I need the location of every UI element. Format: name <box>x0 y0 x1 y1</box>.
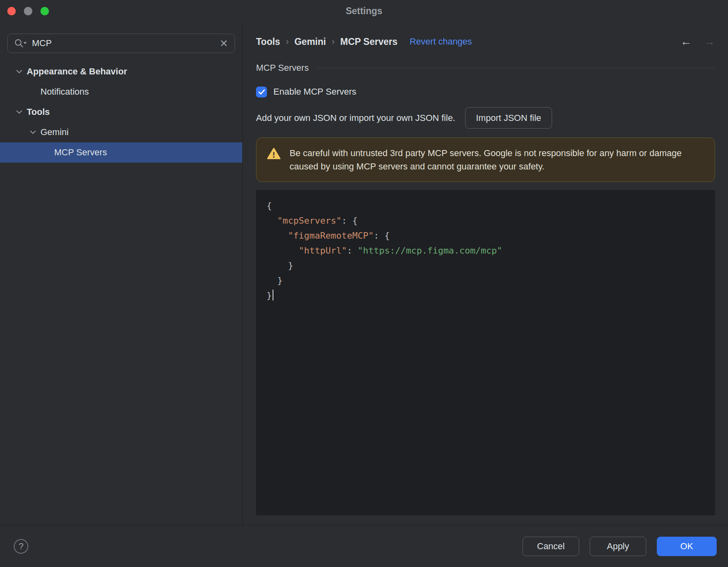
warning-banner: Be careful with untrusted 3rd party MCP … <box>256 138 715 182</box>
forward-arrow-icon[interactable]: → <box>704 36 715 47</box>
footer-buttons: Cancel Apply OK <box>523 537 717 556</box>
titlebar: Settings <box>0 0 728 22</box>
breadcrumb-item[interactable]: MCP Servers <box>340 36 398 47</box>
ok-button[interactable]: OK <box>657 537 717 556</box>
settings-search-field[interactable]: ✕ <box>7 34 235 53</box>
sidebar-item-label: Tools <box>27 107 50 117</box>
section-header: MCP Servers <box>256 62 715 74</box>
apply-button[interactable]: Apply <box>590 537 646 556</box>
back-arrow-icon[interactable]: ← <box>680 36 692 47</box>
breadcrumb-row: Tools›Gemini›MCP Servers Revert changes … <box>256 34 715 49</box>
sidebar-item-mcp-servers[interactable]: MCP Servers <box>0 142 242 163</box>
settings-sidebar: ✕ Appearance & BehaviorNotificationsTool… <box>0 22 243 525</box>
text-cursor-icon <box>273 290 273 300</box>
revert-changes-link[interactable]: Revert changes <box>410 36 472 47</box>
code-line: "figmaRemoteMCP": { <box>267 228 705 243</box>
enable-mcp-row: Enable MCP Servers <box>256 85 715 98</box>
section-divider <box>317 68 715 68</box>
zoom-window-button[interactable] <box>40 7 49 15</box>
window-title: Settings <box>346 6 383 17</box>
warning-text: Be careful with untrusted 3rd party MCP … <box>290 146 704 173</box>
dialog-footer: ? Cancel Apply OK <box>0 525 728 567</box>
sidebar-item-label: Notifications <box>40 87 89 97</box>
minimize-window-button[interactable] <box>24 7 32 15</box>
code-line: } <box>267 258 705 273</box>
settings-window: Settings ✕ Appearance & BehaviorNotifica… <box>0 0 728 567</box>
search-input[interactable] <box>30 38 216 49</box>
chevron-down-icon[interactable] <box>16 70 27 74</box>
settings-content: Tools›Gemini›MCP Servers Revert changes … <box>243 22 728 525</box>
sidebar-item-appearance-behavior[interactable]: Appearance & Behavior <box>0 61 242 82</box>
sidebar-item-tools[interactable]: Tools <box>0 102 242 122</box>
close-window-button[interactable] <box>7 7 16 15</box>
import-description: Add your own JSON or import your own JSO… <box>256 113 455 123</box>
sidebar-item-label: Gemini <box>40 127 69 138</box>
mcp-json-editor[interactable]: { "mcpServers": { "figmaRemoteMCP": { "h… <box>256 190 715 515</box>
breadcrumb-separator: › <box>332 36 334 47</box>
breadcrumb-separator: › <box>286 36 289 47</box>
sidebar-item-gemini[interactable]: Gemini <box>0 122 242 142</box>
enable-mcp-label: Enable MCP Servers <box>273 87 356 97</box>
sidebar-item-label: Appearance & Behavior <box>27 66 127 77</box>
settings-tree: Appearance & BehaviorNotificationsToolsG… <box>0 61 242 163</box>
help-icon[interactable]: ? <box>14 539 28 554</box>
section-title: MCP Servers <box>256 63 309 73</box>
traffic-lights <box>7 0 49 22</box>
breadcrumb: Tools›Gemini›MCP Servers <box>256 36 398 47</box>
code-line: { <box>267 198 705 213</box>
import-row: Add your own JSON or import your own JSO… <box>256 107 715 129</box>
cancel-button[interactable]: Cancel <box>523 537 579 556</box>
warning-icon <box>267 148 281 161</box>
chevron-down-icon[interactable] <box>16 110 27 114</box>
code-line: } <box>267 288 705 303</box>
breadcrumb-item[interactable]: Tools <box>256 36 280 47</box>
chevron-down-icon[interactable] <box>30 130 40 134</box>
import-json-button[interactable]: Import JSON file <box>465 107 552 129</box>
code-line: } <box>267 273 705 288</box>
sidebar-item-notifications[interactable]: Notifications <box>0 82 242 102</box>
enable-mcp-checkbox[interactable] <box>256 87 267 97</box>
search-icon <box>14 38 27 48</box>
history-nav: ← → <box>680 36 715 47</box>
sidebar-item-label: MCP Servers <box>54 147 107 158</box>
code-line: "httpUrl": "https://mcp.figma.com/mcp" <box>267 243 705 258</box>
breadcrumb-item[interactable]: Gemini <box>294 36 326 47</box>
clear-search-icon[interactable]: ✕ <box>220 38 228 49</box>
code-line: "mcpServers": { <box>267 213 705 228</box>
